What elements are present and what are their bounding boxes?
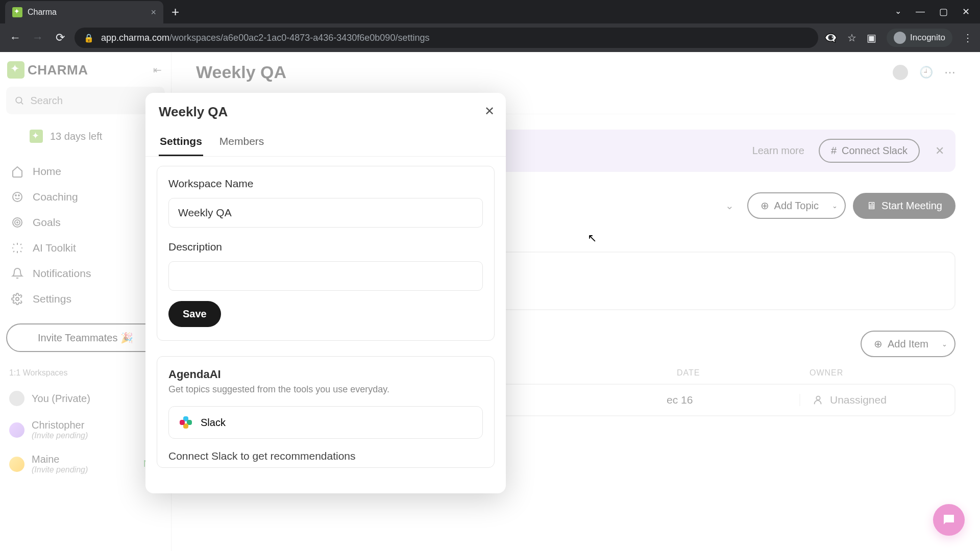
tab-favicon: [12, 7, 22, 17]
star-icon[interactable]: ☆: [847, 32, 856, 44]
url-field[interactable]: 🔒 app.charma.com/workspaces/a6e00ac2-1ac…: [75, 28, 818, 48]
incognito-icon: [894, 32, 906, 44]
eye-off-icon[interactable]: 👁‍🗨: [824, 32, 837, 44]
modal-tab-members[interactable]: Members: [218, 130, 265, 156]
slack-connect-text: Connect Slack to get recommendations: [168, 450, 483, 462]
modal-close-icon[interactable]: ✕: [484, 104, 495, 118]
tab-close-icon[interactable]: ×: [151, 7, 156, 18]
settings-modal: Weekly QA ✕ Settings Members Workspace N…: [145, 93, 506, 493]
chevron-down-icon[interactable]: ⌄: [895, 6, 901, 17]
tab-title: Charma: [28, 8, 57, 17]
modal-tab-settings[interactable]: Settings: [159, 130, 203, 156]
kebab-menu-icon[interactable]: ⋮: [963, 32, 973, 44]
browser-tab[interactable]: Charma ×: [5, 1, 163, 23]
modal-tabs: Settings Members: [145, 130, 506, 157]
forward-button: →: [30, 30, 46, 46]
incognito-label: Incognito: [910, 33, 945, 43]
slack-icon: [178, 415, 193, 430]
browser-chrome: Charma × + ⌄ ― ▢ ✕ ← → ⟳ 🔒 app.charma.co…: [0, 0, 980, 52]
close-window-icon[interactable]: ✕: [962, 6, 970, 17]
description-label: Description: [168, 241, 483, 253]
tab-bar: Charma × + ⌄ ― ▢ ✕: [0, 0, 980, 23]
workspace-name-label: Workspace Name: [168, 178, 483, 190]
lock-icon: 🔒: [84, 33, 94, 43]
window-controls: ⌄ ― ▢ ✕: [895, 6, 980, 17]
minimize-icon[interactable]: ―: [916, 6, 925, 17]
workspace-name-card: Workspace Name Description Save: [157, 166, 495, 341]
url-text: app.charma.com/workspaces/a6e00ac2-1ac0-…: [101, 33, 429, 43]
app-root: CHARMA ⇤ 13 days left Home Coaching Goal…: [0, 52, 980, 551]
description-input[interactable]: [168, 261, 483, 291]
new-tab-button[interactable]: +: [172, 4, 179, 20]
modal-body: Workspace Name Description Save AgendaAI…: [145, 157, 506, 493]
maximize-icon[interactable]: ▢: [939, 6, 948, 17]
reload-button[interactable]: ⟳: [52, 30, 68, 46]
agendaai-sub: Get topics suggested from the tools you …: [168, 384, 483, 395]
address-bar: ← → ⟳ 🔒 app.charma.com/workspaces/a6e00a…: [0, 23, 980, 52]
slack-integration-row[interactable]: Slack: [168, 406, 483, 439]
workspace-name-input[interactable]: [168, 198, 483, 228]
incognito-badge[interactable]: Incognito: [887, 29, 952, 47]
agendaai-card: AgendaAI Get topics suggested from the t…: [157, 356, 495, 468]
extensions-icon[interactable]: ▣: [867, 32, 876, 44]
modal-overlay[interactable]: Weekly QA ✕ Settings Members Workspace N…: [0, 52, 980, 551]
cursor-icon: ↖: [587, 232, 597, 245]
back-button[interactable]: ←: [7, 30, 23, 46]
slack-label: Slack: [201, 417, 226, 429]
save-button[interactable]: Save: [168, 301, 221, 327]
modal-title: Weekly QA: [159, 104, 493, 120]
agendaai-title: AgendaAI: [168, 368, 483, 381]
